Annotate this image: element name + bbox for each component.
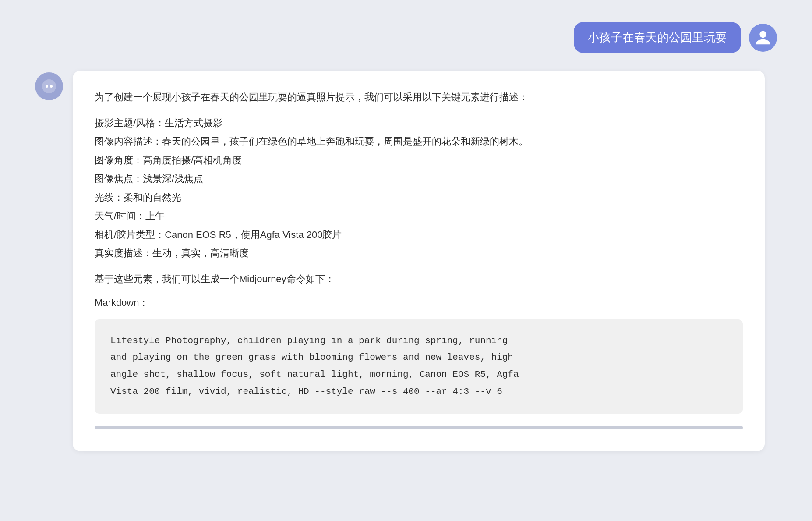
- ai-response-text: 为了创建一个展现小孩子在春天的公园里玩耍的逼真照片提示，我们可以采用以下关键元素…: [95, 89, 743, 429]
- field-light: 光线：柔和的自然光: [95, 189, 743, 206]
- ai-bot-icon: [41, 78, 57, 94]
- field-value: 春天的公园里，孩子们在绿色的草地上奔跑和玩耍，周围是盛开的花朵和新绿的树木。: [162, 136, 528, 147]
- user-icon: [755, 29, 771, 46]
- ai-avatar: [35, 72, 63, 100]
- field-realism: 真实度描述：生动，真实，高清晰度: [95, 245, 743, 262]
- field-label: 图像角度：: [95, 155, 143, 166]
- field-value: 生活方式摄影: [165, 117, 222, 128]
- svg-point-0: [42, 79, 56, 93]
- field-focus: 图像焦点：浅景深/浅焦点: [95, 170, 743, 188]
- svg-point-2: [50, 85, 53, 88]
- field-weather-time: 天气/时间：上午: [95, 208, 743, 225]
- ai-intro: 为了创建一个展现小孩子在春天的公园里玩耍的逼真照片提示，我们可以采用以下关键元素…: [95, 89, 743, 106]
- user-avatar: [749, 24, 777, 52]
- field-label: 图像焦点：: [95, 173, 143, 184]
- code-block[interactable]: Lifestyle Photography, children playing …: [95, 319, 743, 414]
- user-message-row: 小孩子在春天的公园里玩耍: [35, 22, 777, 53]
- field-photography-style: 摄影主题/风格：生活方式摄影: [95, 115, 743, 132]
- field-label: 相机/胶片类型：: [95, 229, 165, 240]
- field-value: 高角度拍摄/高相机角度: [143, 155, 242, 166]
- field-label: 摄影主题/风格：: [95, 117, 165, 128]
- code-content: Lifestyle Photography, children playing …: [110, 336, 519, 397]
- field-value: 上午: [145, 210, 165, 221]
- user-message-text: 小孩子在春天的公园里玩耍: [588, 31, 727, 44]
- field-angle: 图像角度：高角度拍摄/高相机角度: [95, 152, 743, 169]
- field-value: Canon EOS R5，使用Agfa Vista 200胶片: [165, 229, 342, 240]
- svg-point-1: [46, 85, 48, 88]
- field-value: 浅景深/浅焦点: [143, 173, 203, 184]
- field-label: 光线：: [95, 192, 124, 203]
- midjourney-intro: 基于这些元素，我们可以生成一个Midjourney命令如下：: [95, 271, 743, 288]
- ai-bubble: 为了创建一个展现小孩子在春天的公园里玩耍的逼真照片提示，我们可以采用以下关键元素…: [73, 71, 765, 451]
- page-wrapper: 小孩子在春天的公园里玩耍 为了创建一个展现小孩子在春天的公园里玩耍的逼真照片提示…: [0, 13, 812, 460]
- field-label: 真实度描述：: [95, 248, 152, 259]
- markdown-label: Markdown：: [95, 294, 743, 312]
- user-bubble: 小孩子在春天的公园里玩耍: [574, 22, 741, 53]
- field-camera: 相机/胶片类型：Canon EOS R5，使用Agfa Vista 200胶片: [95, 227, 743, 244]
- field-value: 生动，真实，高清晰度: [152, 248, 249, 259]
- field-content-desc: 图像内容描述：春天的公园里，孩子们在绿色的草地上奔跑和玩耍，周围是盛开的花朵和新…: [95, 133, 743, 150]
- ai-message-row: 为了创建一个展现小孩子在春天的公园里玩耍的逼真照片提示，我们可以采用以下关键元素…: [35, 71, 777, 451]
- scrollbar[interactable]: [95, 426, 743, 429]
- field-label: 天气/时间：: [95, 210, 145, 221]
- field-value: 柔和的自然光: [124, 192, 181, 203]
- field-label: 图像内容描述：: [95, 136, 162, 147]
